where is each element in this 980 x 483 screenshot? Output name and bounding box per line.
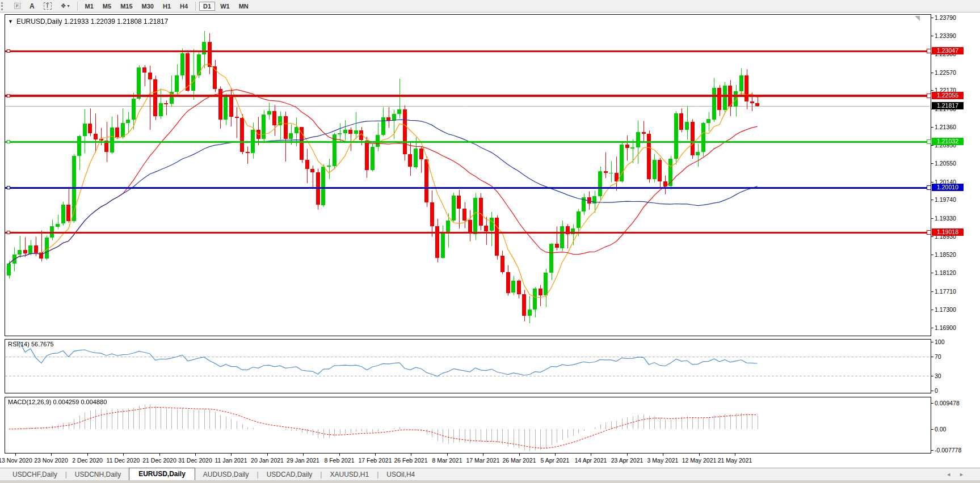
trading-terminal: F A T ❖ ▾ M1M5M15M30H1H4D1W1MN ▼ EURUSD,… <box>0 0 980 483</box>
timeframe-button-w1[interactable]: W1 <box>216 2 234 11</box>
macd-canvas[interactable] <box>5 397 929 452</box>
price-tick-mark <box>931 18 933 18</box>
tab-usdcad-daily[interactable]: USDCAD,Daily <box>259 469 321 481</box>
line-drag-handle[interactable] <box>927 94 931 98</box>
symbol-tab-bar: USDCHF,Daily|USDCNH,DailyEURUSD,DailyAUD… <box>0 468 980 481</box>
price-tick-mark <box>931 163 933 164</box>
tab-usdchf-daily[interactable]: USDCHF,Daily <box>5 469 65 481</box>
date-tick-mark <box>195 454 196 456</box>
collapse-triangle-icon[interactable]: ▼ <box>8 19 13 24</box>
date-tick-mark <box>483 454 483 456</box>
line-price-label[interactable]: 1.20010 <box>932 184 964 191</box>
timeframe-button-m30[interactable]: M30 <box>138 2 158 11</box>
date-tick-mark <box>339 454 340 456</box>
price-tick-label: 1.18120 <box>935 269 956 276</box>
text-box-icon[interactable]: T <box>40 2 55 10</box>
rsi-tick-mark <box>931 376 933 376</box>
price-tick-label: 1.23790 <box>935 14 956 21</box>
rsi-tick-mark <box>931 357 933 357</box>
price-tick-mark <box>931 310 933 310</box>
line-price-label[interactable]: 1.21032 <box>932 138 964 145</box>
timeframe-button-h1[interactable]: H1 <box>159 2 175 11</box>
price-tick-mark <box>931 291 933 292</box>
rsi-tick-label: 0 <box>935 387 938 394</box>
tabs-scroll-right-icon[interactable]: ► <box>959 472 964 477</box>
line-drag-handle[interactable] <box>927 185 931 190</box>
line-price-label[interactable]: 1.23047 <box>932 47 964 54</box>
timeframe-button-h4[interactable]: H4 <box>176 2 192 11</box>
rsi-tick-label: 100 <box>935 338 945 345</box>
price-tick-mark <box>931 255 933 255</box>
text-box-glyph: T <box>44 2 52 10</box>
price-tick-label: 1.21360 <box>935 124 956 130</box>
chart-title-text: EURUSD,Daily 1.21933 1.22039 1.21808 1.2… <box>16 18 169 26</box>
timeframe-button-d1[interactable]: D1 <box>199 2 215 11</box>
toolbar-separator <box>195 2 196 11</box>
price-chart-panel[interactable] <box>5 14 931 336</box>
label-a-glyph: A <box>30 2 35 10</box>
macd-tick-label: -0.007778 <box>935 447 961 454</box>
timeframe-button-m5[interactable]: M5 <box>99 2 115 11</box>
tab-audusd-daily[interactable]: AUDUSD,Daily <box>195 469 257 481</box>
tab-eurusd-daily[interactable]: EURUSD,Daily <box>129 468 195 481</box>
date-tick-mark <box>375 454 376 456</box>
label-a-icon[interactable]: A <box>26 2 38 11</box>
rsi-tick-mark <box>931 342 933 342</box>
price-tick-label: 1.16900 <box>935 324 956 331</box>
price-tick-mark <box>931 90 933 91</box>
date-tick-mark <box>159 454 160 456</box>
price-tick-mark <box>931 127 933 128</box>
timeframe-button-m1[interactable]: M1 <box>81 2 98 11</box>
line-price-label[interactable]: 1.19018 <box>932 228 964 236</box>
date-tick-mark <box>591 454 591 456</box>
chart-shift-marker-icon[interactable] <box>915 16 920 21</box>
price-tick-mark <box>931 73 933 73</box>
price-tick-label: 1.23390 <box>935 32 956 39</box>
rsi-label: RSI(14) 56.7675 <box>8 341 54 348</box>
date-tick-mark <box>627 454 628 456</box>
date-tick-mark <box>663 454 663 456</box>
grid-f-icon[interactable]: F <box>11 2 24 10</box>
rsi-canvas[interactable] <box>5 340 929 392</box>
price-tick-mark <box>931 218 933 219</box>
macd-tick-mark <box>931 429 933 430</box>
line-price-label[interactable]: 1.22055 <box>932 92 964 99</box>
rsi-tick-label: 70 <box>935 353 941 360</box>
line-price-label[interactable]: 1.21817 <box>932 102 964 109</box>
line-drag-handle[interactable] <box>927 49 931 53</box>
price-tick-label: 1.19330 <box>935 215 956 222</box>
date-tick-mark <box>555 454 556 456</box>
tab-usoil-h4[interactable]: USOil,H4 <box>378 469 423 481</box>
tab-usdcnh-daily[interactable]: USDCNH,Daily <box>67 469 129 481</box>
line-drag-handle[interactable] <box>927 139 931 144</box>
macd-tick-label: 0.00 <box>935 426 946 433</box>
price-tick-label: 1.19740 <box>935 196 956 203</box>
chart-title: ▼ EURUSD,Daily 1.21933 1.22039 1.21808 1… <box>8 18 168 26</box>
timeframe-button-mn[interactable]: MN <box>235 2 253 11</box>
arrow-styles-glyph: ❖ <box>61 2 66 10</box>
price-tick-label: 1.17300 <box>935 306 956 313</box>
timeframe-button-m15[interactable]: M15 <box>116 2 136 11</box>
arrow-styles-icon[interactable]: ❖ ▾ <box>57 2 73 10</box>
top-toolbar: F A T ❖ ▾ M1M5M15M30H1H4D1W1MN <box>0 0 980 12</box>
toolbar-grip[interactable] <box>1 2 7 10</box>
rsi-panel[interactable] <box>5 339 931 393</box>
date-tick-mark <box>519 454 520 456</box>
dropdown-caret-icon: ▾ <box>68 3 70 9</box>
line-drag-handle[interactable] <box>927 230 931 235</box>
status-strip <box>0 480 980 483</box>
price-tick-mark <box>931 182 933 183</box>
price-tick-label: 1.17710 <box>935 288 956 295</box>
macd-panel[interactable] <box>5 397 931 454</box>
rsi-tick-label: 30 <box>935 372 941 379</box>
price-chart-canvas[interactable] <box>5 15 929 334</box>
date-tick-mark <box>231 454 232 456</box>
price-tick-mark <box>931 36 933 36</box>
tab-xauusd-h1[interactable]: XAUUSD,H1 <box>322 469 377 481</box>
date-label: 21 May 2021 <box>711 457 759 464</box>
tabs-scroll-left-icon[interactable]: ◄ <box>946 472 951 477</box>
price-tick-mark <box>931 273 933 273</box>
date-tick-mark <box>303 454 304 456</box>
price-tick-label: 1.18520 <box>935 251 956 258</box>
price-tick-mark <box>931 145 933 146</box>
